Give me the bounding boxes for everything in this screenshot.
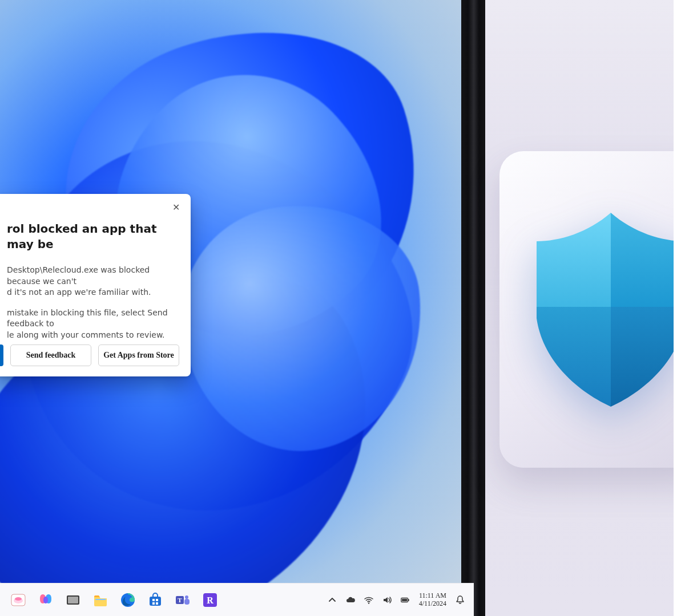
taskbar-app-custom[interactable] bbox=[6, 587, 31, 613]
send-feedback-button[interactable]: Send feedback bbox=[10, 345, 91, 366]
taskbar-app-edge[interactable] bbox=[115, 587, 140, 613]
desktop-right-monitor bbox=[474, 0, 685, 616]
desktop-left-monitor: ✕ rol blocked an app that may be Desktop… bbox=[0, 0, 474, 616]
clock-date: 4/11/2024 bbox=[419, 600, 446, 608]
svg-rect-7 bbox=[150, 597, 161, 606]
wifi-icon bbox=[364, 595, 374, 605]
tray-onedrive[interactable] bbox=[342, 587, 358, 613]
notification-title: rol blocked an app that may be bbox=[7, 221, 179, 252]
tray-notifications[interactable] bbox=[452, 587, 468, 613]
tray-battery[interactable] bbox=[397, 587, 413, 613]
svg-rect-8 bbox=[152, 599, 155, 601]
svg-rect-21 bbox=[408, 599, 409, 601]
svg-rect-11 bbox=[156, 602, 158, 605]
r-app-icon: R bbox=[202, 592, 218, 608]
svg-text:R: R bbox=[207, 595, 213, 605]
taskbar: T R bbox=[0, 583, 474, 616]
svg-rect-5 bbox=[95, 599, 106, 600]
shield-icon bbox=[525, 207, 685, 412]
custom-app-icon bbox=[10, 592, 26, 608]
cloud-icon bbox=[345, 595, 356, 605]
taskbar-app-teams[interactable]: T bbox=[170, 587, 195, 613]
svg-rect-4 bbox=[68, 597, 78, 603]
svg-point-2 bbox=[15, 597, 22, 601]
windows-security-tile bbox=[499, 151, 685, 468]
taskbar-app-copilot[interactable] bbox=[33, 587, 58, 613]
taskbar-app-task-view[interactable] bbox=[61, 587, 86, 613]
copilot-icon bbox=[38, 592, 54, 608]
task-view-icon bbox=[65, 592, 81, 608]
tray-sound[interactable] bbox=[379, 587, 395, 613]
close-button[interactable]: ✕ bbox=[168, 200, 184, 216]
system-tray: 11:11 AM 4/11/2024 bbox=[324, 583, 468, 616]
notification-actions: Send feedback Get Apps from Store bbox=[0, 345, 191, 366]
svg-point-18 bbox=[368, 602, 369, 603]
svg-rect-10 bbox=[152, 602, 155, 605]
smart-app-control-notification: ✕ rol blocked an app that may be Desktop… bbox=[0, 194, 191, 376]
edge-icon bbox=[120, 592, 136, 608]
svg-text:T: T bbox=[178, 597, 182, 603]
taskbar-apps: T R bbox=[6, 583, 223, 616]
file-explorer-icon bbox=[92, 592, 108, 608]
svg-rect-9 bbox=[156, 599, 158, 601]
tray-wifi[interactable] bbox=[361, 587, 377, 613]
tray-overflow-button[interactable] bbox=[324, 587, 340, 613]
taskbar-clock[interactable]: 11:11 AM 4/11/2024 bbox=[416, 587, 450, 613]
taskbar-app-r[interactable]: R bbox=[198, 587, 223, 613]
svg-rect-15 bbox=[184, 599, 190, 605]
battery-icon bbox=[400, 595, 410, 605]
speaker-icon bbox=[382, 595, 392, 605]
clock-time: 11:11 AM bbox=[419, 592, 446, 600]
notification-body-line-1: Desktop\Relecloud.exe was blocked becaus… bbox=[7, 265, 179, 298]
teams-icon: T bbox=[175, 592, 191, 608]
chevron-up-icon bbox=[327, 595, 337, 605]
primary-button-cutoff[interactable] bbox=[0, 345, 3, 366]
store-icon bbox=[147, 592, 163, 608]
bell-icon bbox=[455, 595, 465, 605]
svg-point-14 bbox=[185, 595, 188, 599]
get-apps-from-store-button[interactable]: Get Apps from Store bbox=[98, 345, 179, 366]
taskbar-app-store[interactable] bbox=[143, 587, 168, 613]
svg-rect-20 bbox=[402, 598, 407, 601]
taskbar-app-file-explorer[interactable] bbox=[88, 587, 113, 613]
page-margin-right bbox=[674, 0, 685, 616]
notification-body-line-2: mistake in blocking this file, select Se… bbox=[7, 307, 179, 341]
